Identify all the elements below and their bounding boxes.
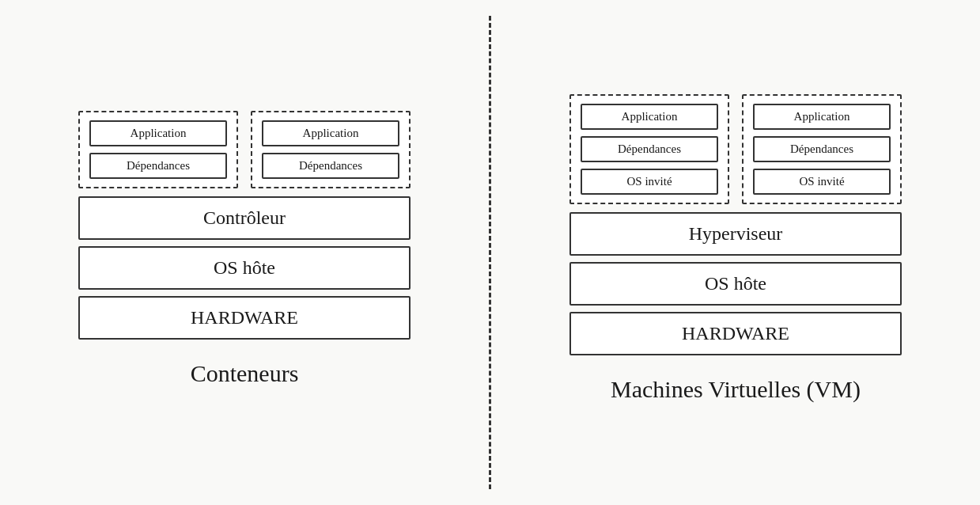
vm-app-box-2: Application — [753, 104, 891, 130]
vm-deps-box-1: Dépendances — [581, 136, 718, 162]
vm-app-box-1: Application — [581, 104, 718, 130]
vm-os-box-2: OS invité — [753, 169, 891, 195]
controleur-layer: Contrôleur — [78, 196, 411, 240]
vm-os-box-1: OS invité — [581, 169, 718, 195]
deps-box-1: Dépendances — [89, 153, 227, 179]
right-caption: Machines Virtuelles (VM) — [611, 376, 861, 403]
os-hote-layer-right: OS hôte — [569, 262, 902, 306]
vm-box-2: Application Dépendances OS invité — [742, 94, 902, 204]
hardware-layer-left: HARDWARE — [78, 296, 411, 340]
os-hote-layer-left: OS hôte — [78, 246, 411, 290]
right-side: Application Dépendances OS invité Applic… — [491, 0, 980, 505]
container-box-2: Application Dépendances — [251, 111, 411, 188]
left-caption: Conteneurs — [191, 360, 299, 387]
app-box-1: Application — [89, 120, 227, 146]
hyperviseur-layer: Hyperviseur — [569, 212, 902, 256]
deps-box-2: Dépendances — [262, 153, 399, 179]
vm-deps-box-2: Dépendances — [753, 136, 891, 162]
containers-diagram: Application Dépendances Application Dépe… — [78, 111, 411, 346]
hardware-layer-right: HARDWARE — [569, 312, 902, 355]
left-layer-stack: Contrôleur OS hôte HARDWARE — [78, 196, 411, 346]
vm-diagram: Application Dépendances OS invité Applic… — [569, 94, 902, 362]
diagram-wrapper: Application Dépendances Application Dépe… — [0, 0, 980, 505]
container-box-1: Application Dépendances — [78, 111, 238, 188]
vm-box-1: Application Dépendances OS invité — [569, 94, 729, 204]
containers-top-row: Application Dépendances Application Dépe… — [78, 111, 411, 188]
vm-top-row: Application Dépendances OS invité Applic… — [569, 94, 902, 204]
left-side: Application Dépendances Application Dépe… — [0, 0, 489, 505]
right-layer-stack: Hyperviseur OS hôte HARDWARE — [569, 212, 902, 362]
app-box-2: Application — [262, 120, 399, 146]
